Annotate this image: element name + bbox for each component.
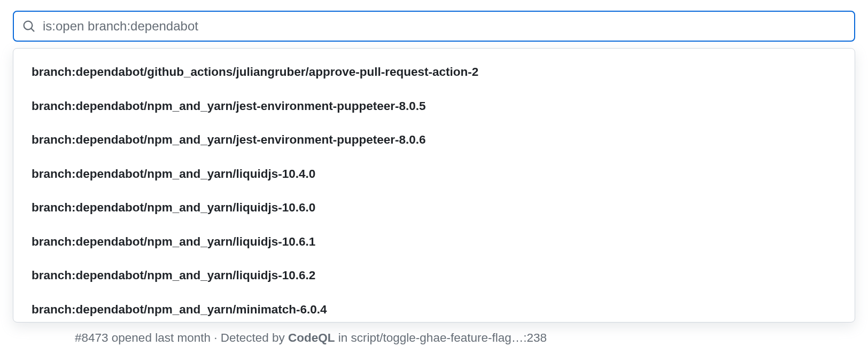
suggestion-item[interactable]: branch:dependabot/npm_and_yarn/jest-envi… [13,123,855,157]
suggestion-item[interactable]: branch:dependabot/npm_and_yarn/jest-envi… [13,89,855,123]
issue-meta-suffix: in script/toggle-ghae-feature-flag…:238 [335,331,547,344]
suggestion-item[interactable]: branch:dependabot/npm_and_yarn/liquidjs-… [13,225,855,259]
background-issue-row: #8473 opened last month · Detected by Co… [75,331,855,346]
suggestion-item[interactable]: branch:dependabot/npm_and_yarn/liquidjs-… [13,258,855,293]
suggestion-item[interactable]: branch:dependabot/npm_and_yarn/minimatch… [13,293,855,323]
suggestion-item[interactable]: branch:dependabot/npm_and_yarn/liquidjs-… [13,191,855,225]
search-container: branch:dependabot/github_actions/juliang… [13,11,855,42]
suggestion-item[interactable]: branch:dependabot/github_actions/juliang… [13,55,855,89]
search-input[interactable] [43,19,846,34]
search-input-wrapper[interactable] [13,11,855,42]
search-icon [22,20,35,33]
search-suggestions-scroll[interactable]: branch:dependabot/github_actions/juliang… [13,49,855,322]
issue-meta-detector: CodeQL [288,331,335,344]
search-suggestions-dropdown: branch:dependabot/github_actions/juliang… [13,48,855,323]
issue-meta-prefix: #8473 opened last month · Detected by [75,331,288,344]
suggestion-item[interactable]: branch:dependabot/npm_and_yarn/liquidjs-… [13,157,855,191]
